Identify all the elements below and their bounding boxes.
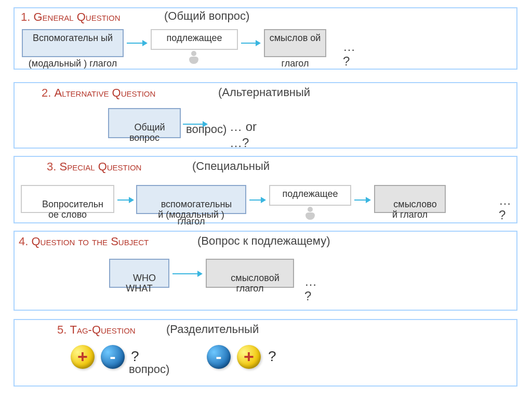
arrow-1b <box>241 43 260 44</box>
or-text: … or …? <box>230 118 257 151</box>
arrow-3b <box>249 200 265 201</box>
box-3-aux: вспомогательны й (модальный ) <box>136 185 246 214</box>
trailing-4: … ? <box>304 274 317 303</box>
box-4-who-text: WHO WHAT <box>126 273 156 294</box>
box-4-who: WHO WHAT <box>109 259 169 288</box>
box-3-subject: подлежащее <box>269 185 351 206</box>
arrow-2 <box>183 124 207 125</box>
figure-icon-3 <box>304 207 316 222</box>
box-1-verb: смыслов ой <box>264 29 326 57</box>
qmark-1: ? <box>131 348 139 365</box>
figure-icon-1 <box>188 51 200 66</box>
box-3-qword: Вопросительн ое слово <box>21 185 114 213</box>
circle-plus-1: + <box>71 345 95 369</box>
box-3-verb: смыслово й глагол <box>374 185 446 213</box>
arrow-3c <box>354 200 370 201</box>
box-1-subject-text: подлежащее <box>167 33 222 43</box>
subtitle-4: (Вопрос к подлежащему) <box>197 234 330 248</box>
trailing-1: … ? <box>343 39 355 69</box>
title-5: 5. Tag-Question <box>57 323 136 337</box>
title-3: 3. Special Question <box>47 160 141 174</box>
subtitle-3: (Специальный <box>192 159 270 173</box>
title-1: 1. General Question <box>21 10 121 24</box>
circle-minus-2: - <box>207 345 231 369</box>
arrow-3a <box>117 200 133 201</box>
qmark-2: ? <box>268 348 276 365</box>
box-1-aux-overflow: (модальный ) глагол <box>21 58 125 69</box>
box-1-aux: Вспомогательн ый <box>22 29 124 57</box>
arrow-1a <box>127 43 147 44</box>
title-2: 2. Alternative Question <box>42 86 155 100</box>
circle-minus-1: - <box>101 345 125 369</box>
diagram-root: 1. General Question (Общий вопрос) Вспом… <box>0 0 532 399</box>
box-4-verb: смысловой глагол <box>206 259 294 288</box>
box-3-aux-overflow: глагол <box>139 216 243 227</box>
box-2-general: Общий вопрос <box>108 108 181 138</box>
box-1-verb-overflow: глагол <box>243 58 347 69</box>
box-3-subject-text: подлежащее <box>283 189 338 199</box>
box-1-aux-text: Вспомогательн ый <box>33 33 113 43</box>
circle-plus-2: + <box>237 345 261 369</box>
title-4: 4. Question to the Subject <box>19 235 149 248</box>
subtitle-5: (Разделительный <box>166 323 259 336</box>
subtitle-2: (Альтернативный <box>218 86 310 99</box>
arrow-4 <box>172 273 202 274</box>
subtitle-1: (Общий вопрос) <box>164 9 249 23</box>
box-1-verb-text: смыслов ой <box>270 33 321 43</box>
box-1-subject: подлежащее <box>151 29 238 50</box>
trailing-3: … ? <box>499 193 511 222</box>
